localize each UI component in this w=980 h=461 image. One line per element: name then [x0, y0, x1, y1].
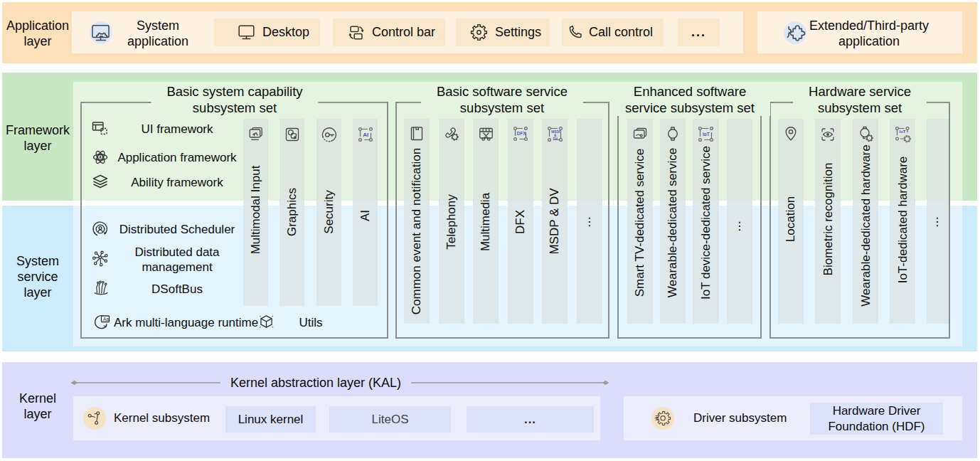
svg-text:Aa: Aa: [103, 317, 109, 322]
svg-text:AI: AI: [363, 132, 368, 138]
svg-text:DFX: DFX: [517, 131, 526, 136]
svg-text:MSDP: MSDP: [551, 130, 562, 134]
svg-text:IoT: IoT: [900, 129, 906, 134]
svg-text:IoT: IoT: [703, 132, 710, 137]
svg-text:DV: DV: [553, 137, 558, 141]
